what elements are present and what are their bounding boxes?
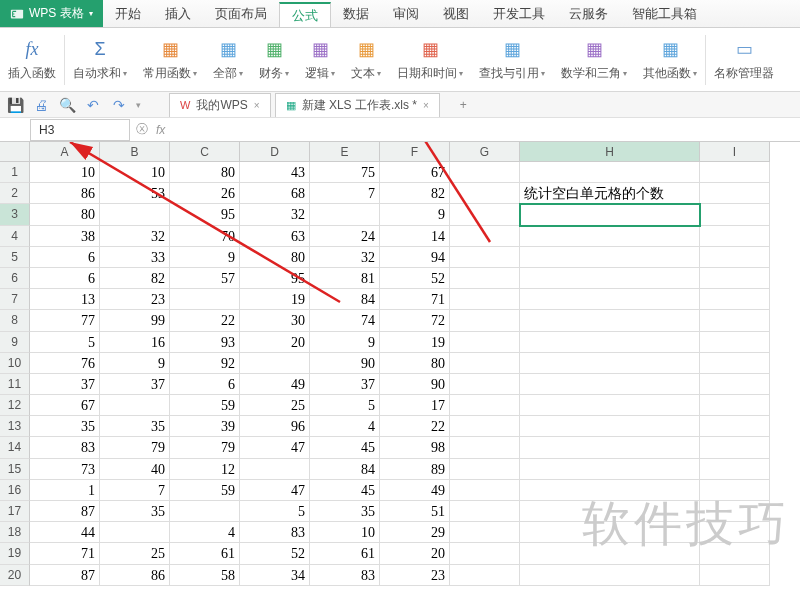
col-header-A[interactable]: A — [30, 142, 100, 162]
cell-I20[interactable] — [700, 565, 770, 586]
col-header-C[interactable]: C — [170, 142, 240, 162]
ribbon-常用函数[interactable]: ▦常用函数 — [135, 32, 205, 87]
cell-E7[interactable]: 84 — [310, 289, 380, 310]
cell-D7[interactable]: 19 — [240, 289, 310, 310]
col-header-I[interactable]: I — [700, 142, 770, 162]
menu-tab-7[interactable]: 开发工具 — [481, 0, 557, 27]
preview-icon[interactable]: 🔍 — [58, 96, 76, 114]
ribbon-插入函数[interactable]: fx插入函数 — [0, 32, 64, 87]
cell-B4[interactable]: 32 — [100, 226, 170, 247]
cell-B5[interactable]: 33 — [100, 247, 170, 268]
row-header-16[interactable]: 16 — [0, 480, 30, 501]
ribbon-财务[interactable]: ▦财务 — [251, 32, 297, 87]
close-icon[interactable]: × — [423, 100, 429, 111]
redo-icon[interactable]: ↷ — [110, 96, 128, 114]
save-icon[interactable]: 💾 — [6, 96, 24, 114]
cell-E16[interactable]: 45 — [310, 480, 380, 501]
cell-C5[interactable]: 9 — [170, 247, 240, 268]
cell-C20[interactable]: 58 — [170, 565, 240, 586]
cell-F1[interactable]: 67 — [380, 162, 450, 183]
cell-I15[interactable] — [700, 459, 770, 480]
cell-I17[interactable] — [700, 501, 770, 522]
cell-D20[interactable]: 34 — [240, 565, 310, 586]
menu-tab-0[interactable]: 开始 — [103, 0, 153, 27]
menu-tab-3[interactable]: 公式 — [279, 2, 331, 27]
row-header-2[interactable]: 2 — [0, 183, 30, 204]
cell-H6[interactable] — [520, 268, 700, 289]
close-icon[interactable]: × — [254, 100, 260, 111]
undo-icon[interactable]: ↶ — [84, 96, 102, 114]
cell-H4[interactable] — [520, 226, 700, 247]
cell-A11[interactable]: 37 — [30, 374, 100, 395]
cell-F3[interactable]: 9 — [380, 204, 450, 225]
cell-E13[interactable]: 4 — [310, 416, 380, 437]
cell-A14[interactable]: 83 — [30, 437, 100, 458]
row-header-9[interactable]: 9 — [0, 332, 30, 353]
menu-tab-4[interactable]: 数据 — [331, 0, 381, 27]
cell-H5[interactable] — [520, 247, 700, 268]
cell-A3[interactable]: 80 — [30, 204, 100, 225]
row-header-5[interactable]: 5 — [0, 247, 30, 268]
cell-A16[interactable]: 1 — [30, 480, 100, 501]
cell-B9[interactable]: 16 — [100, 332, 170, 353]
cell-F11[interactable]: 90 — [380, 374, 450, 395]
cell-E15[interactable]: 84 — [310, 459, 380, 480]
cell-G2[interactable] — [450, 183, 520, 204]
cell-G9[interactable] — [450, 332, 520, 353]
col-header-D[interactable]: D — [240, 142, 310, 162]
cell-G15[interactable] — [450, 459, 520, 480]
cell-E1[interactable]: 75 — [310, 162, 380, 183]
cell-E20[interactable]: 83 — [310, 565, 380, 586]
col-header-G[interactable]: G — [450, 142, 520, 162]
cell-D4[interactable]: 63 — [240, 226, 310, 247]
cell-G3[interactable] — [450, 204, 520, 225]
row-header-20[interactable]: 20 — [0, 565, 30, 586]
cell-E8[interactable]: 74 — [310, 310, 380, 331]
cell-H15[interactable] — [520, 459, 700, 480]
cell-G10[interactable] — [450, 353, 520, 374]
cell-C18[interactable]: 4 — [170, 522, 240, 543]
menu-tab-2[interactable]: 页面布局 — [203, 0, 279, 27]
cell-I8[interactable] — [700, 310, 770, 331]
cell-F15[interactable]: 89 — [380, 459, 450, 480]
cell-B14[interactable]: 79 — [100, 437, 170, 458]
cell-G1[interactable] — [450, 162, 520, 183]
cell-A5[interactable]: 6 — [30, 247, 100, 268]
cell-F10[interactable]: 80 — [380, 353, 450, 374]
cell-A13[interactable]: 35 — [30, 416, 100, 437]
cell-C11[interactable]: 6 — [170, 374, 240, 395]
cell-E18[interactable]: 10 — [310, 522, 380, 543]
cell-D8[interactable]: 30 — [240, 310, 310, 331]
cell-E3[interactable] — [310, 204, 380, 225]
cell-F14[interactable]: 98 — [380, 437, 450, 458]
cell-F8[interactable]: 72 — [380, 310, 450, 331]
cell-G14[interactable] — [450, 437, 520, 458]
cell-A18[interactable]: 44 — [30, 522, 100, 543]
cell-B19[interactable]: 25 — [100, 543, 170, 564]
menu-tab-5[interactable]: 审阅 — [381, 0, 431, 27]
cell-G19[interactable] — [450, 543, 520, 564]
row-header-15[interactable]: 15 — [0, 459, 30, 480]
cell-I4[interactable] — [700, 226, 770, 247]
row-header-1[interactable]: 1 — [0, 162, 30, 183]
cell-G7[interactable] — [450, 289, 520, 310]
cell-F2[interactable]: 82 — [380, 183, 450, 204]
ribbon-自动求和[interactable]: Σ自动求和 — [65, 32, 135, 87]
name-box[interactable]: H3 — [30, 119, 130, 141]
cell-B20[interactable]: 86 — [100, 565, 170, 586]
cell-D18[interactable]: 83 — [240, 522, 310, 543]
cell-F19[interactable]: 20 — [380, 543, 450, 564]
cell-H16[interactable] — [520, 480, 700, 501]
row-header-11[interactable]: 11 — [0, 374, 30, 395]
cell-H20[interactable] — [520, 565, 700, 586]
cell-E19[interactable]: 61 — [310, 543, 380, 564]
cell-H2[interactable]: 统计空白单元格的个数 — [520, 183, 700, 204]
cell-D5[interactable]: 80 — [240, 247, 310, 268]
doc-tab-1[interactable]: ▦新建 XLS 工作表.xls *× — [275, 93, 440, 117]
cell-E5[interactable]: 32 — [310, 247, 380, 268]
cell-G17[interactable] — [450, 501, 520, 522]
cell-B2[interactable]: 53 — [100, 183, 170, 204]
cell-C19[interactable]: 61 — [170, 543, 240, 564]
cell-H17[interactable] — [520, 501, 700, 522]
cell-D11[interactable]: 49 — [240, 374, 310, 395]
